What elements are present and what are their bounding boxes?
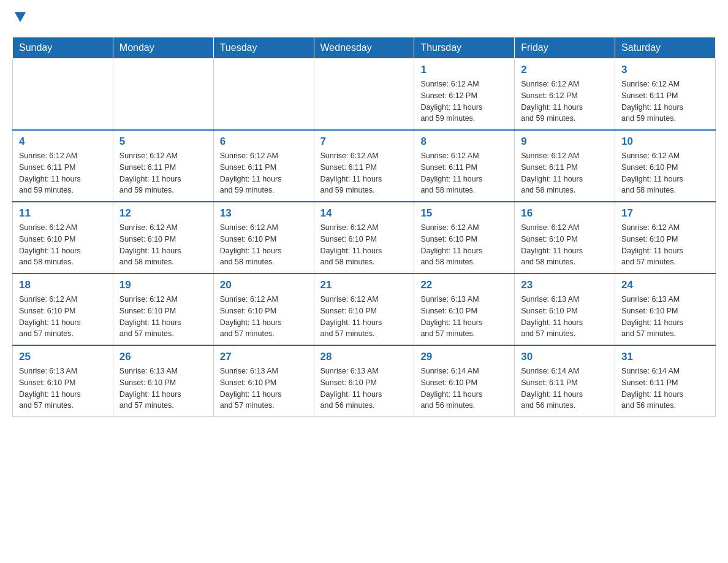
- calendar-cell: 19Sunrise: 6:12 AMSunset: 6:10 PMDayligh…: [113, 274, 213, 345]
- day-info: Sunrise: 6:13 AMSunset: 6:10 PMDaylight:…: [220, 366, 308, 412]
- calendar-cell: 1Sunrise: 6:12 AMSunset: 6:12 PMDaylight…: [414, 59, 515, 131]
- day-info: Sunrise: 6:12 AMSunset: 6:10 PMDaylight:…: [220, 294, 308, 340]
- day-info: Sunrise: 6:12 AMSunset: 6:11 PMDaylight:…: [320, 150, 408, 196]
- day-info: Sunrise: 6:13 AMSunset: 6:10 PMDaylight:…: [521, 294, 609, 340]
- weekday-header-tuesday: Tuesday: [213, 37, 314, 59]
- calendar-cell: 6Sunrise: 6:12 AMSunset: 6:11 PMDaylight…: [213, 130, 314, 202]
- calendar-cell: 27Sunrise: 6:13 AMSunset: 6:10 PMDayligh…: [213, 345, 314, 417]
- day-info: Sunrise: 6:12 AMSunset: 6:10 PMDaylight:…: [621, 150, 709, 196]
- day-number: 23: [521, 279, 609, 291]
- page-header: [12, 12, 716, 25]
- day-info: Sunrise: 6:12 AMSunset: 6:10 PMDaylight:…: [320, 222, 408, 268]
- day-info: Sunrise: 6:12 AMSunset: 6:10 PMDaylight:…: [521, 222, 609, 268]
- day-number: 28: [320, 351, 408, 363]
- day-number: 1: [420, 64, 508, 76]
- calendar-week-row: 11Sunrise: 6:12 AMSunset: 6:10 PMDayligh…: [13, 202, 716, 274]
- day-number: 4: [19, 136, 107, 148]
- day-info: Sunrise: 6:12 AMSunset: 6:10 PMDaylight:…: [119, 294, 207, 340]
- calendar-week-row: 4Sunrise: 6:12 AMSunset: 6:11 PMDaylight…: [13, 130, 716, 202]
- weekday-header-saturday: Saturday: [615, 37, 716, 59]
- day-info: Sunrise: 6:14 AMSunset: 6:11 PMDaylight:…: [521, 366, 609, 412]
- calendar-cell: 8Sunrise: 6:12 AMSunset: 6:11 PMDaylight…: [414, 130, 515, 202]
- calendar-cell: 11Sunrise: 6:12 AMSunset: 6:10 PMDayligh…: [13, 202, 113, 274]
- day-info: Sunrise: 6:12 AMSunset: 6:12 PMDaylight:…: [420, 79, 508, 124]
- day-number: 6: [220, 136, 308, 148]
- day-number: 3: [621, 64, 709, 76]
- calendar-table: SundayMondayTuesdayWednesdayThursdayFrid…: [12, 37, 716, 417]
- weekday-header-thursday: Thursday: [414, 37, 515, 59]
- day-number: 12: [119, 207, 207, 220]
- day-info: Sunrise: 6:12 AMSunset: 6:11 PMDaylight:…: [220, 150, 308, 196]
- calendar-cell: 10Sunrise: 6:12 AMSunset: 6:10 PMDayligh…: [615, 130, 716, 202]
- calendar-cell: 23Sunrise: 6:13 AMSunset: 6:10 PMDayligh…: [515, 274, 615, 345]
- day-number: 30: [521, 351, 609, 363]
- day-number: 21: [320, 279, 408, 291]
- day-info: Sunrise: 6:12 AMSunset: 6:10 PMDaylight:…: [220, 222, 308, 268]
- logo: [12, 12, 26, 25]
- day-number: 29: [420, 351, 508, 363]
- day-number: 15: [420, 207, 508, 220]
- day-number: 17: [621, 207, 709, 220]
- day-number: 27: [220, 351, 308, 363]
- weekday-header-row: SundayMondayTuesdayWednesdayThursdayFrid…: [13, 37, 716, 59]
- day-info: Sunrise: 6:12 AMSunset: 6:11 PMDaylight:…: [621, 79, 709, 124]
- weekday-header-sunday: Sunday: [13, 37, 113, 59]
- day-number: 18: [19, 279, 107, 291]
- day-number: 13: [220, 207, 308, 220]
- day-info: Sunrise: 6:12 AMSunset: 6:10 PMDaylight:…: [119, 222, 207, 268]
- day-info: Sunrise: 6:12 AMSunset: 6:11 PMDaylight:…: [119, 150, 207, 196]
- weekday-header-wednesday: Wednesday: [314, 37, 414, 59]
- calendar-cell: 16Sunrise: 6:12 AMSunset: 6:10 PMDayligh…: [515, 202, 615, 274]
- day-number: 16: [521, 207, 609, 220]
- calendar-cell: [113, 59, 213, 131]
- day-info: Sunrise: 6:13 AMSunset: 6:10 PMDaylight:…: [320, 366, 408, 412]
- calendar-cell: 7Sunrise: 6:12 AMSunset: 6:11 PMDaylight…: [314, 130, 414, 202]
- calendar-week-row: 25Sunrise: 6:13 AMSunset: 6:10 PMDayligh…: [13, 345, 716, 417]
- calendar-cell: [13, 59, 113, 131]
- day-info: Sunrise: 6:13 AMSunset: 6:10 PMDaylight:…: [420, 294, 508, 340]
- calendar-cell: 20Sunrise: 6:12 AMSunset: 6:10 PMDayligh…: [213, 274, 314, 345]
- calendar-cell: 3Sunrise: 6:12 AMSunset: 6:11 PMDaylight…: [615, 59, 716, 131]
- logo-triangle-icon: [15, 12, 26, 25]
- day-number: 25: [19, 351, 107, 363]
- day-info: Sunrise: 6:12 AMSunset: 6:12 PMDaylight:…: [521, 79, 609, 124]
- calendar-cell: 28Sunrise: 6:13 AMSunset: 6:10 PMDayligh…: [314, 345, 414, 417]
- day-number: 20: [220, 279, 308, 291]
- day-number: 8: [420, 136, 508, 148]
- calendar-cell: 29Sunrise: 6:14 AMSunset: 6:10 PMDayligh…: [414, 345, 515, 417]
- calendar-cell: 26Sunrise: 6:13 AMSunset: 6:10 PMDayligh…: [113, 345, 213, 417]
- day-number: 9: [521, 136, 609, 148]
- day-info: Sunrise: 6:13 AMSunset: 6:10 PMDaylight:…: [119, 366, 207, 412]
- calendar-cell: 2Sunrise: 6:12 AMSunset: 6:12 PMDaylight…: [515, 59, 615, 131]
- calendar-week-row: 1Sunrise: 6:12 AMSunset: 6:12 PMDaylight…: [13, 59, 716, 131]
- calendar-week-row: 18Sunrise: 6:12 AMSunset: 6:10 PMDayligh…: [13, 274, 716, 345]
- day-number: 19: [119, 279, 207, 291]
- calendar-cell: 21Sunrise: 6:12 AMSunset: 6:10 PMDayligh…: [314, 274, 414, 345]
- day-info: Sunrise: 6:12 AMSunset: 6:10 PMDaylight:…: [621, 222, 709, 268]
- calendar-cell: 5Sunrise: 6:12 AMSunset: 6:11 PMDaylight…: [113, 130, 213, 202]
- day-info: Sunrise: 6:12 AMSunset: 6:11 PMDaylight:…: [521, 150, 609, 196]
- calendar-cell: 14Sunrise: 6:12 AMSunset: 6:10 PMDayligh…: [314, 202, 414, 274]
- day-info: Sunrise: 6:12 AMSunset: 6:10 PMDaylight:…: [320, 294, 408, 340]
- calendar-cell: 31Sunrise: 6:14 AMSunset: 6:11 PMDayligh…: [615, 345, 716, 417]
- day-number: 7: [320, 136, 408, 148]
- day-info: Sunrise: 6:13 AMSunset: 6:10 PMDaylight:…: [19, 366, 107, 412]
- weekday-header-friday: Friday: [515, 37, 615, 59]
- day-number: 2: [521, 64, 609, 76]
- day-info: Sunrise: 6:14 AMSunset: 6:10 PMDaylight:…: [420, 366, 508, 412]
- day-number: 24: [621, 279, 709, 291]
- calendar-cell: [213, 59, 314, 131]
- day-number: 22: [420, 279, 508, 291]
- day-info: Sunrise: 6:13 AMSunset: 6:10 PMDaylight:…: [621, 294, 709, 340]
- day-info: Sunrise: 6:12 AMSunset: 6:10 PMDaylight:…: [420, 222, 508, 268]
- day-number: 5: [119, 136, 207, 148]
- calendar-cell: 30Sunrise: 6:14 AMSunset: 6:11 PMDayligh…: [515, 345, 615, 417]
- svg-marker-0: [15, 12, 26, 22]
- calendar-cell: 22Sunrise: 6:13 AMSunset: 6:10 PMDayligh…: [414, 274, 515, 345]
- weekday-header-monday: Monday: [113, 37, 213, 59]
- day-number: 14: [320, 207, 408, 220]
- day-info: Sunrise: 6:12 AMSunset: 6:11 PMDaylight:…: [420, 150, 508, 196]
- calendar-cell: 25Sunrise: 6:13 AMSunset: 6:10 PMDayligh…: [13, 345, 113, 417]
- day-info: Sunrise: 6:12 AMSunset: 6:10 PMDaylight:…: [19, 222, 107, 268]
- calendar-cell: 24Sunrise: 6:13 AMSunset: 6:10 PMDayligh…: [615, 274, 716, 345]
